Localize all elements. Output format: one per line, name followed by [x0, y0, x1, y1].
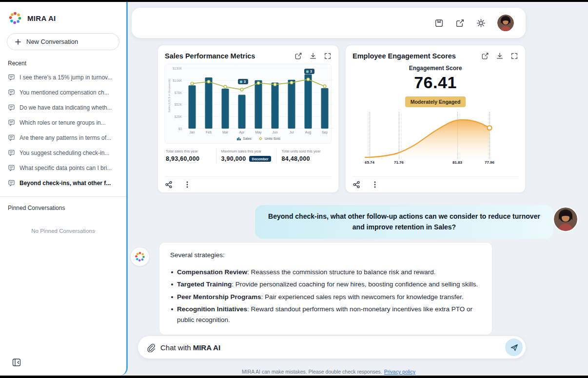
sidebar-divider — [0, 196, 126, 197]
privacy-policy-link[interactable]: Privacy policy — [384, 369, 415, 375]
y-axis-tick: $130K — [173, 67, 182, 70]
engagement-curve — [362, 112, 509, 159]
sidebar: MIRA AI New Conversation Recent I see th… — [0, 2, 128, 376]
conversation-label: Beyond check-ins, what other f... — [20, 180, 111, 187]
chat-icon — [8, 104, 15, 111]
x-axis-label: Mar — [217, 131, 234, 134]
y-axis-tick: $78K — [175, 91, 182, 94]
chat-icon — [8, 164, 15, 171]
engagement-x-label: 71.76 — [394, 160, 404, 165]
x-axis-label: Jan — [184, 131, 200, 134]
screen-edge-bottom — [0, 376, 588, 378]
bullet-title: Peer Mentorship Programs — [177, 293, 261, 301]
top-bar — [132, 8, 526, 38]
stat-value: 3,90,000 — [221, 155, 246, 162]
chat-icon — [8, 89, 15, 96]
conversation-label: Are there any patterns in terms of... — [20, 134, 111, 141]
y-axis-tick: $104K — [173, 78, 182, 82]
conversation-item[interactable]: What specific data points can I bri... — [0, 160, 126, 175]
stat-maximum-sales: Maximum sales this year 3,90,000 Decembe… — [216, 148, 276, 164]
more-options-icon[interactable] — [183, 181, 191, 189]
stat-total-sales: Total sales this year 8,93,60,000 — [165, 148, 216, 164]
more-options-icon[interactable] — [371, 181, 379, 189]
recent-section-label: Recent — [0, 55, 126, 70]
footer-disclaimer: MIRA AI can make mistakes. Please double… — [132, 369, 526, 375]
engagement-area-chart — [362, 112, 509, 159]
y-axis-ticks: $130K$104K$78K$52K$26K$0 — [171, 68, 182, 129]
fullscreen-chart-icon[interactable] — [324, 52, 332, 60]
y-axis-tick: $26K — [175, 115, 182, 118]
collapse-sidebar-icon — [12, 358, 21, 367]
chart-legend: Sales Units Sold — [184, 136, 333, 141]
chat-input[interactable]: Chat with MIRA AI — [138, 336, 526, 359]
legend-label-units-sold: Units Sold — [265, 137, 280, 140]
legend-item-units-sold[interactable]: Units Sold — [258, 136, 280, 141]
placeholder-bold: MIRA AI — [193, 343, 220, 352]
disclaimer-text: MIRA AI can make mistakes. Please double… — [242, 369, 382, 375]
conversation-label: Which roles or tenure groups in... — [20, 119, 106, 126]
engagement-score-value: 76.41 — [353, 73, 518, 92]
bullet-item: Targeted Training: Provide personalized … — [170, 279, 481, 290]
bullet-title: Recognition Initiatives — [177, 305, 247, 313]
recent-conversations-list: I see there's a 15% jump in turnov...You… — [0, 70, 126, 190]
user-avatar[interactable] — [497, 15, 514, 31]
diamond-legend-icon — [258, 136, 263, 141]
sales-card-title: Sales Performance Metrics — [165, 52, 255, 60]
x-axis-label: Sep — [316, 131, 333, 134]
engagement-card-footer — [353, 176, 518, 189]
download-chart-icon[interactable] — [496, 52, 504, 60]
share-network-icon[interactable] — [353, 181, 360, 189]
conversation-item[interactable]: Beyond check-ins, what other f... — [0, 175, 126, 190]
new-conversation-label: New Conversation — [26, 38, 78, 45]
conversation-item[interactable]: You mentioned compensation ch... — [0, 85, 126, 100]
x-axis-label: Jul — [283, 131, 300, 134]
sales-card-header: Sales Performance Metrics — [165, 52, 332, 60]
settings-icon[interactable] — [476, 19, 486, 28]
fullscreen-chart-icon[interactable] — [510, 52, 518, 60]
mira-logo-icon — [8, 11, 22, 25]
conversation-item[interactable]: Are there any patterns in terms of... — [0, 130, 126, 145]
stat-label: Total sales this year — [166, 149, 211, 153]
x-axis-label: May — [250, 131, 267, 134]
engagement-status-badge: Moderately Engaged — [405, 96, 466, 107]
conversation-item[interactable]: You suggest scheduling check-in... — [0, 145, 126, 160]
save-icon[interactable] — [434, 19, 444, 28]
share-chart-icon[interactable] — [481, 52, 489, 60]
stat-label: Total units sold this year — [281, 149, 327, 153]
engagement-card-title: Employee Engagement Scores — [353, 52, 456, 60]
assistant-bullet-list: Compensation Review: Reassess the commis… — [170, 267, 481, 325]
conversation-label: Do we have data indicating wheth... — [20, 104, 112, 111]
brand: MIRA AI — [0, 2, 126, 30]
new-conversation-button[interactable]: New Conversation — [7, 33, 119, 50]
conversation-label: I see there's a 15% jump in turnov... — [20, 74, 112, 81]
month-badge: December — [249, 156, 272, 162]
screen-edge-top — [0, 0, 588, 2]
sales-stats-row: Total sales this year 8,93,60,000 Maximu… — [165, 148, 332, 164]
bullet-item: Recognition Initiatives: Reward standout… — [170, 304, 481, 325]
chat-icon — [8, 134, 15, 141]
share-icon[interactable] — [455, 19, 465, 28]
app-title: MIRA AI — [27, 14, 56, 22]
bar-legend-icon — [236, 136, 241, 141]
x-axis-label: Apr — [234, 131, 250, 134]
bullet-item: Peer Mentorship Programs: Pair experienc… — [170, 292, 481, 302]
x-axis-label: Feb — [200, 131, 217, 134]
legend-label-sales: Sales — [243, 137, 252, 140]
bullet-text: : Reassess the commission structure to b… — [247, 268, 435, 276]
conversation-item[interactable]: Do we have data indicating wheth... — [0, 100, 126, 115]
engagement-card-header: Employee Engagement Scores — [353, 52, 518, 60]
collapse-sidebar-button[interactable] — [12, 358, 21, 369]
legend-item-sales[interactable]: Sales — [236, 136, 252, 141]
send-button[interactable] — [505, 339, 523, 356]
stat-label: Maximum sales this year — [221, 149, 272, 153]
share-chart-icon[interactable] — [294, 52, 302, 60]
attachment-icon[interactable] — [146, 343, 155, 352]
assistant-message-card: Several strategies: Compensation Review:… — [159, 242, 492, 335]
chat-icon — [8, 179, 15, 187]
y-axis-tick: $52K — [175, 103, 182, 106]
share-network-icon[interactable] — [165, 181, 173, 189]
conversation-item[interactable]: Which roles or tenure groups in... — [0, 115, 126, 130]
x-axis-label: Jun — [267, 131, 283, 134]
download-chart-icon[interactable] — [309, 52, 317, 60]
conversation-item[interactable]: I see there's a 15% jump in turnov... — [0, 70, 126, 85]
